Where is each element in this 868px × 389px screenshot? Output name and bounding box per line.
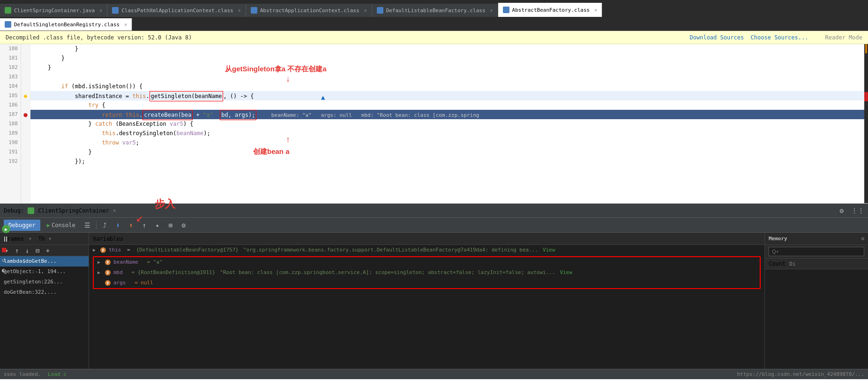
download-sources-link[interactable]: Download Sources (690, 34, 744, 41)
sep1 (96, 221, 97, 229)
frames-down-btn[interactable]: ↓ (22, 246, 32, 255)
tab-close-btn[interactable]: × (594, 8, 597, 13)
line-num-189: 189 (0, 129, 21, 138)
debug-bar: Debug: ClientSpringContainer × ⚙ ⋮⋮ (0, 204, 868, 218)
tab-default-listable[interactable]: DefaultListableBeanFactory.class × (372, 4, 498, 17)
code-line-192: }); (30, 157, 868, 166)
frame-item-2[interactable]: getSingleton:226... (0, 277, 89, 287)
settings-icon[interactable]: ⚙ (840, 207, 844, 214)
mute-btn[interactable]: ◐ (2, 266, 10, 275)
tab-bar-row2: DefaultSingletonBeanRegistry.class × (0, 17, 868, 31)
tab-client-spring-container[interactable]: ClientSpringContainer.java × (0, 4, 107, 17)
rerun-btn[interactable]: ↺ (2, 256, 10, 264)
status-url: https://blog.csdn.net/weixin_42489078/..… (737, 371, 864, 377)
variables-label: Variables (93, 236, 123, 242)
pause-btn[interactable]: ⏸ (2, 235, 10, 244)
line-num-188: 188 (0, 119, 21, 129)
memory-settings[interactable]: ⚙ (861, 236, 864, 242)
tab-abstract-app-context[interactable]: AbstractApplicationContext.class × (246, 4, 372, 17)
tab-close-btn[interactable]: × (238, 8, 241, 13)
list-view-btn[interactable]: ☰ (82, 220, 93, 231)
line-num-192: 192 (0, 157, 21, 166)
variables-panel: Variables ▶ p this = {DefaultListableBea… (89, 233, 765, 369)
code-line-181: } (30, 53, 868, 63)
console-tab[interactable]: ▶Console (42, 220, 80, 231)
gutter-183 (21, 72, 30, 82)
code-line-190: throw var5; (30, 138, 868, 147)
stop-btn[interactable]: ■ (2, 245, 10, 254)
tab-default-singleton-registry[interactable]: DefaultSingletonBeanRegistry.class × (0, 18, 132, 31)
frame-item-0[interactable]: lambda$doGetBe... (0, 256, 89, 267)
debug-toolbar: Debugger ▶Console ☰ ⤴ ⬇ ⬆ ↑ ✦ ⊞ ⚙ (0, 218, 868, 233)
frame-item-3[interactable]: doGetBean:322,... (0, 287, 89, 297)
code-line-187: return this.createBean(bea + "a" bd, arg… (30, 110, 868, 119)
var-beanname-item[interactable]: ▶ p beanName = "a" (94, 257, 760, 267)
run-to-cursor-btn[interactable]: ↑ (139, 220, 150, 231)
tab-close-btn[interactable]: × (364, 8, 367, 13)
debug-controls: ▶ ⏸ ■ ↺ ◐ (0, 223, 12, 276)
gutter-184 (21, 82, 30, 91)
settings2-btn[interactable]: ⚙ (178, 220, 189, 231)
memory-content (765, 269, 868, 369)
code-line-184: if (mbd.isSingleton()) { (30, 82, 868, 91)
code-line-186: try { (30, 100, 868, 110)
var-badge-mbd: p (105, 270, 111, 275)
console-icon: ▶ (47, 222, 50, 229)
debug-session-name: ClientSpringContainer (38, 207, 109, 214)
step-out-btn[interactable]: ⬆ (126, 220, 137, 231)
tab-close-btn[interactable]: × (124, 22, 127, 27)
line-num-182: 182 (0, 63, 21, 72)
threads-label: Th (38, 236, 45, 242)
tab-close-btn[interactable]: × (99, 8, 102, 13)
gutter-185: ◆ (21, 91, 30, 100)
memory-panel: Memory ⚙ Count Di (765, 233, 868, 369)
memory-search-input[interactable] (769, 247, 864, 256)
choose-sources-link[interactable]: Choose Sources... (751, 34, 808, 41)
info-bar: Decompiled .class file, bytecode version… (0, 31, 868, 44)
step-over-btn[interactable]: ⤴ (99, 220, 111, 231)
trace-btn[interactable]: ⊞ (165, 220, 176, 231)
line-num-181: 181 (0, 53, 21, 63)
decompiled-info-text: Decompiled .class file, bytecode version… (6, 34, 192, 41)
code-lines-container: 180 181 182 183 184 185 186 187 188 189 … (0, 44, 868, 203)
step-into-btn[interactable]: ⬇ (112, 220, 124, 231)
code-line-183 (30, 72, 868, 82)
var-eq-beanname (141, 257, 144, 267)
var-args-item[interactable]: p args = null (94, 278, 760, 288)
var-name-beanname: beanName (113, 257, 138, 267)
debug-session-close[interactable]: × (113, 208, 116, 213)
frames-up-btn[interactable]: ↑ (12, 246, 22, 255)
frames-dropdown[interactable]: ▾ (29, 236, 31, 241)
var-this-item[interactable]: ▶ p this = {DefaultListableBeanFactory@1… (89, 245, 764, 255)
frames-add-btn[interactable]: + (43, 246, 52, 255)
expand-icon[interactable]: ⋮⋮ (851, 207, 864, 214)
threads-dropdown[interactable]: ▾ (49, 236, 52, 241)
gutter-187: ● (21, 110, 30, 119)
evaluate-btn[interactable]: ✦ (152, 220, 163, 231)
frames-filter-btn[interactable]: ⊟ (33, 246, 42, 255)
var-name-mbd: mbd (113, 267, 123, 278)
bookmark-icon: ◆ (23, 91, 27, 100)
view-link-this[interactable]: View (543, 245, 555, 255)
status-text: sses loaded. (4, 371, 44, 377)
resume-btn[interactable]: ▶ (2, 225, 10, 233)
gutter-191 (21, 147, 30, 157)
reader-mode-text[interactable]: Reader Mode (825, 34, 862, 41)
frames-panel: Frames ▾ Th ▾ ▾ ↑ ↓ ⊟ + lambda$doGetBe..… (0, 233, 89, 369)
var-badge-beanname: p (105, 259, 111, 265)
status-link[interactable]: Load c (48, 371, 67, 377)
view-link-mbd[interactable]: View (560, 267, 573, 278)
tab-classpathxml[interactable]: ClassPathXmlApplicationContext.class × (107, 4, 246, 17)
line-num-191: 191 (0, 147, 21, 157)
gutter-188 (21, 119, 30, 129)
scroll-thumb (864, 92, 868, 101)
java-file-icon (5, 7, 11, 14)
tab-abstract-bean-factory[interactable]: AbstractBeanFactory.class × (498, 3, 603, 17)
debug-session-icon (28, 207, 34, 214)
gutter-181 (21, 53, 30, 63)
tab-close-btn[interactable]: × (490, 8, 493, 13)
var-mbd-item[interactable]: ▶ p mbd = {RootBeanDefinition@1911} "Roo… (94, 267, 760, 278)
gutter: ◆ ● (21, 44, 30, 203)
frame-item-1[interactable]: getObject:-1, 194... (0, 267, 89, 277)
line-num-184: 184 (0, 82, 21, 91)
